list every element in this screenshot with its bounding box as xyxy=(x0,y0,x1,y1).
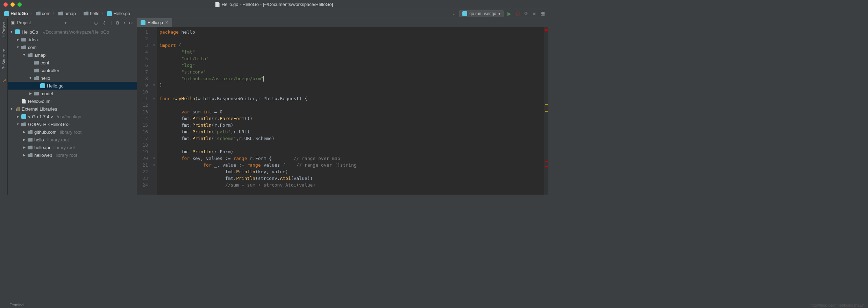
tree-node[interactable]: ▶github.comlibrary root xyxy=(8,128,137,136)
view-mode-dropdown[interactable]: ▾ xyxy=(64,20,67,25)
tree-node[interactable]: controller xyxy=(8,66,137,74)
expand-arrow-icon[interactable]: ▶ xyxy=(22,130,26,134)
editor-tab-hello-go[interactable]: Hello.go ✕ xyxy=(137,18,172,27)
error-stripe[interactable] xyxy=(544,27,548,195)
collapse-icon[interactable]: ⇕ xyxy=(102,20,107,25)
breadcrumb-item[interactable]: com xyxy=(34,10,52,17)
tree-node[interactable]: ▼External Libraries xyxy=(8,105,137,113)
tree-label: conf xyxy=(41,60,49,65)
tree-hint: library root xyxy=(56,153,77,158)
tree-node[interactable]: ▶hellolibrary root xyxy=(8,136,137,144)
breadcrumb-label: Hello.go xyxy=(113,11,130,16)
folder-icon xyxy=(34,68,39,73)
tree-node[interactable]: ▶< Go 1.7.4 >/usr/local/go xyxy=(8,113,137,120)
expand-arrow-icon[interactable]: ▼ xyxy=(10,30,13,34)
error-marker-icon[interactable] xyxy=(545,161,548,162)
breadcrumb-item[interactable]: Hello.go xyxy=(106,10,131,17)
tab-label: Hello.go xyxy=(148,20,163,25)
tree-node[interactable]: ▶model xyxy=(8,90,137,97)
debug-button[interactable]: 🐞 xyxy=(515,11,520,16)
tree-node[interactable]: ▼HelloGo~/Documents/workspace/HelloGo xyxy=(8,28,137,36)
tree-node[interactable]: ▶helloweblibrary root xyxy=(8,151,137,159)
code-content[interactable]: package hello import ( "fmt" "net/http" … xyxy=(157,27,548,195)
project-tree[interactable]: ▼HelloGo~/Documents/workspace/HelloGo▶.i… xyxy=(8,27,137,195)
tree-node[interactable]: ▶.idea xyxy=(8,36,137,43)
download-icon[interactable]: ⇣ xyxy=(451,11,456,16)
tree-node[interactable]: ▶helloapilibrary root xyxy=(8,144,137,151)
expand-arrow-icon[interactable]: ▼ xyxy=(22,53,26,57)
expand-arrow-icon[interactable]: ▼ xyxy=(16,46,20,49)
settings-gear-icon[interactable]: ⚙ xyxy=(115,20,120,25)
tree-label: amap xyxy=(34,52,46,58)
expand-arrow-icon[interactable]: ▶ xyxy=(16,115,20,118)
warning-marker-icon[interactable] xyxy=(545,111,548,112)
expand-arrow-icon[interactable]: ▶ xyxy=(22,146,26,149)
structure-tool-tab[interactable]: 7: Structure xyxy=(1,47,7,71)
expand-arrow-icon[interactable]: ▶ xyxy=(29,92,32,95)
run-button[interactable]: ▶ xyxy=(506,11,512,16)
tree-label: External Libraries xyxy=(22,106,57,112)
layout-settings-icon[interactable]: ▦ xyxy=(540,11,546,16)
close-tab-icon[interactable]: ✕ xyxy=(165,20,168,25)
tree-node[interactable]: ▼hello xyxy=(8,74,137,82)
tree-node[interactable]: conf xyxy=(8,59,137,66)
go-icon xyxy=(141,20,145,25)
breadcrumb-separator: 〉 xyxy=(78,11,81,16)
code-editor[interactable]: 123456789101112131415161718192021222324 … xyxy=(137,27,548,195)
tree-node[interactable]: ▼amap xyxy=(8,51,137,59)
project-view-icon[interactable]: ▣ xyxy=(10,20,15,25)
hide-panel-icon[interactable]: ↦ xyxy=(129,20,134,25)
tree-label: Hello.go xyxy=(47,83,64,89)
window-title: Hello.go - HelloGo - [~/Documents/worksp… xyxy=(215,2,333,7)
tree-hint: ~/Documents/workspace/HelloGo xyxy=(42,29,109,35)
fold-gutter[interactable]: ⊟⊟⊟⊟⊟ xyxy=(151,27,157,195)
folder-icon xyxy=(34,91,39,96)
project-tool-tab[interactable]: 1: Project xyxy=(1,20,7,40)
expand-arrow-icon[interactable]: ▶ xyxy=(22,153,26,157)
library-icon xyxy=(15,106,20,111)
folder-icon xyxy=(36,12,41,15)
tree-node[interactable]: HelloGo.iml xyxy=(8,97,137,105)
error-marker-icon[interactable] xyxy=(545,166,548,167)
error-marker-icon[interactable] xyxy=(545,29,548,31)
breadcrumb-item[interactable]: hello xyxy=(82,10,101,17)
line-number-gutter: 123456789101112131415161718192021222324 xyxy=(137,27,151,195)
expand-arrow-icon[interactable]: ▼ xyxy=(29,76,32,80)
chevron-down-icon: ▾ xyxy=(498,11,500,16)
folder-icon xyxy=(58,12,63,15)
warning-marker-icon[interactable] xyxy=(545,104,548,105)
tree-label: < Go 1.7.4 > xyxy=(28,114,53,119)
go-icon xyxy=(40,83,45,88)
minimize-window-button[interactable] xyxy=(10,2,15,7)
vcs-icon[interactable]: ⎇ xyxy=(1,78,6,83)
stop-button[interactable]: ■ xyxy=(532,11,537,16)
tree-node[interactable]: ▼GOPATH <HelloGo> xyxy=(8,120,137,128)
breadcrumb-label: HelloGo xyxy=(10,11,28,16)
tree-label: helloapi xyxy=(34,145,50,150)
expand-arrow-icon[interactable]: ▶ xyxy=(22,138,26,141)
breadcrumb-label: com xyxy=(42,11,51,16)
maximize-window-button[interactable] xyxy=(17,2,22,7)
tree-hint: /usr/local/go xyxy=(57,114,81,119)
go-icon xyxy=(15,29,20,34)
folder-icon xyxy=(34,76,39,80)
left-tool-gutter: 1: Project 7: Structure ⎇ xyxy=(0,18,8,195)
expand-arrow-icon[interactable]: ▶ xyxy=(16,38,20,41)
window-controls xyxy=(0,2,22,7)
locate-icon[interactable]: ⊕ xyxy=(94,20,99,25)
close-window-button[interactable] xyxy=(3,2,8,7)
tree-node[interactable]: ▼com xyxy=(8,43,137,51)
folder-icon xyxy=(21,45,27,50)
breadcrumb-label: amap xyxy=(64,11,76,16)
coverage-button[interactable]: ⟳ xyxy=(523,11,529,16)
folder-icon xyxy=(27,145,33,150)
expand-arrow-icon[interactable]: ▼ xyxy=(10,107,13,111)
expand-arrow-icon[interactable]: ▼ xyxy=(16,122,20,126)
breadcrumb-item[interactable]: amap xyxy=(57,10,77,17)
breadcrumb-separator: 〉 xyxy=(101,11,105,16)
run-configuration-dropdown[interactable]: go run user.go ▾ xyxy=(459,10,504,17)
breadcrumb-item[interactable]: HelloGo xyxy=(3,10,29,17)
tree-label: model xyxy=(41,91,53,96)
tree-hint: library root xyxy=(60,130,81,135)
tree-node[interactable]: Hello.go xyxy=(8,82,137,90)
